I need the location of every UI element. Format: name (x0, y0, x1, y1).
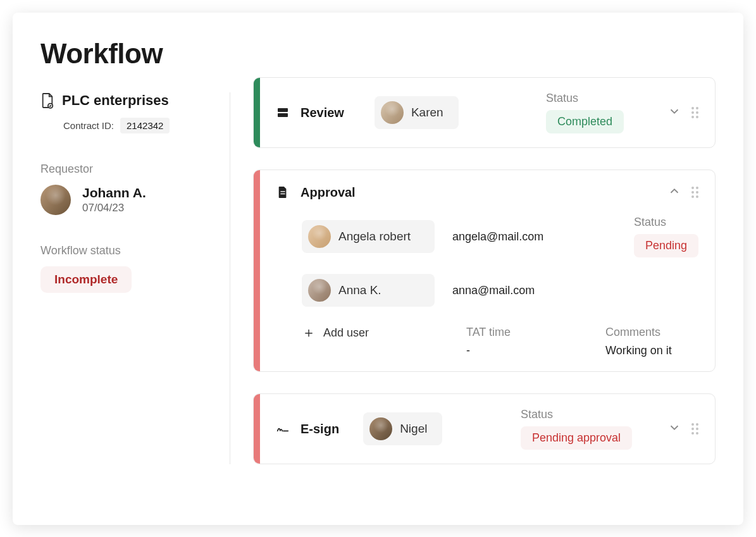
card-actions (667, 104, 698, 121)
status-value: Pending approval (521, 426, 632, 450)
step-title: E-sign (301, 422, 339, 436)
step-card-review[interactable]: Review Karen Status Completed (253, 77, 716, 148)
card-actions (667, 184, 698, 201)
status-value: Completed (546, 110, 624, 133)
company-row: PLC enterprises (40, 92, 211, 109)
approval-users-list: Angela robert angela@mail.com Status Pen… (302, 216, 698, 307)
requestor-date: 07/04/23 (82, 202, 146, 214)
requestor-row: Johann A. 07/04/23 (40, 185, 211, 215)
drag-handle-icon[interactable] (691, 187, 698, 198)
sidebar: PLC enterprises Contract ID: 2142342 Req… (40, 92, 230, 464)
workflow-status-label: Workflow status (40, 244, 211, 257)
user-name: Nigel (400, 422, 427, 436)
status-column: Status Pending (634, 216, 698, 257)
status-label: Status (634, 216, 698, 229)
requestor-avatar (40, 185, 71, 215)
approval-bottom-row: ＋ Add user TAT time - Comments Wor (276, 326, 698, 357)
add-user-label: Add user (323, 326, 369, 340)
user-name: Anna K. (338, 283, 381, 297)
contract-id-row: Contract ID: 2142342 (63, 118, 211, 133)
step-stripe (254, 78, 260, 147)
svg-rect-3 (280, 191, 285, 192)
status-label: Status (546, 92, 647, 105)
approval-user-row: Anna K. anna@mail.com (302, 274, 698, 307)
add-user-button[interactable]: ＋ Add user (302, 326, 466, 340)
contract-document-icon (40, 92, 54, 109)
comments-value: Working on it (605, 344, 694, 357)
comments-block: Comments Working on it (605, 326, 694, 357)
status-label: Status (521, 408, 647, 421)
user-chip[interactable]: Nigel (363, 412, 442, 445)
contract-id-label: Contract ID: (63, 120, 114, 131)
user-avatar (381, 101, 404, 124)
user-avatar (369, 417, 392, 440)
tat-label: TAT time (466, 326, 555, 339)
review-icon (276, 106, 289, 119)
workflow-status-badge: Incomplete (40, 266, 132, 293)
company-name: PLC enterprises (62, 92, 169, 109)
step-title: Approval (301, 185, 356, 200)
requestor-section-label: Requestor (40, 163, 211, 176)
step-stripe (254, 170, 260, 371)
workflow-steps: Review Karen Status Completed (230, 77, 716, 464)
svg-rect-2 (278, 113, 288, 117)
step-title: Review (301, 106, 344, 120)
chevron-up-icon[interactable] (667, 184, 681, 201)
chevron-down-icon[interactable] (667, 421, 681, 437)
plus-icon: ＋ (302, 326, 316, 340)
approval-user-row: Angela robert angela@mail.com Status Pen… (302, 216, 698, 257)
comments-label: Comments (605, 326, 694, 339)
status-value: Pending (634, 234, 698, 257)
svg-rect-4 (280, 194, 285, 194)
approval-icon (276, 186, 289, 199)
user-chip[interactable]: Anna K. (302, 274, 435, 307)
user-chip[interactable]: Angela robert (302, 220, 435, 253)
step-card-approval[interactable]: Approval (253, 170, 716, 372)
page-title: Workflow (40, 38, 716, 70)
tat-block: TAT time - (466, 326, 555, 357)
chevron-down-icon[interactable] (667, 104, 681, 121)
user-email: anna@mail.com (452, 284, 573, 297)
status-column: Status Completed (546, 92, 647, 133)
user-email: angela@mail.com (452, 230, 573, 244)
requestor-name: Johann A. (82, 185, 146, 201)
layout: PLC enterprises Contract ID: 2142342 Req… (40, 92, 716, 464)
signature-icon (276, 423, 289, 435)
drag-handle-icon[interactable] (691, 423, 698, 435)
user-name: Angela robert (338, 230, 411, 244)
tat-value: - (466, 344, 555, 357)
user-name: Karen (411, 106, 443, 120)
step-card-esign[interactable]: E-sign Nigel Status Pending approval (253, 393, 716, 464)
user-chip[interactable]: Karen (375, 96, 459, 129)
svg-rect-1 (278, 108, 288, 112)
user-avatar (308, 279, 331, 302)
workflow-panel: Workflow PLC enterprises Contract ID: 21… (13, 13, 743, 525)
user-avatar (308, 225, 331, 248)
drag-handle-icon[interactable] (691, 107, 698, 118)
status-column: Status Pending approval (521, 408, 647, 450)
step-stripe (254, 394, 260, 464)
contract-id-value: 2142342 (120, 118, 170, 133)
card-actions (667, 421, 698, 437)
